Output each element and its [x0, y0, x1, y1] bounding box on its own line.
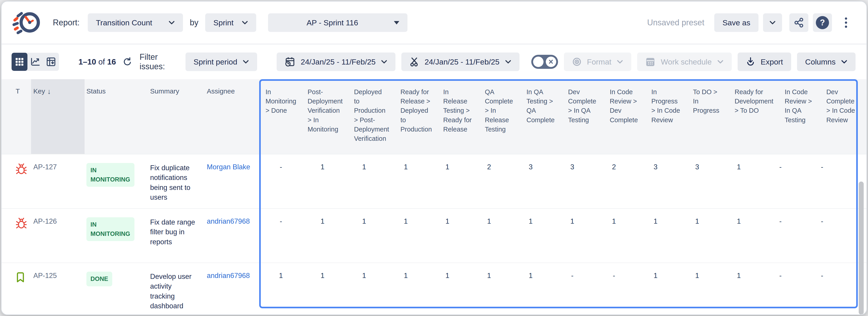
transition-column-header[interactable]: In Monitoring > Done	[260, 79, 302, 154]
transition-column-header[interactable]: To DO > In Progress	[687, 79, 729, 154]
triangle-down-icon	[394, 21, 399, 25]
line-chart-icon	[30, 57, 40, 67]
trim-range-select[interactable]: 24/Jan/25 - 11/Feb/25	[401, 52, 519, 71]
transition-column-header[interactable]: Ready for Development > To DO	[729, 79, 779, 154]
calendar-icon	[645, 57, 655, 67]
view-switcher	[11, 53, 59, 71]
transition-column-header[interactable]: In QA Testing > QA Complete	[521, 79, 563, 154]
multi-visit-toggle[interactable]: ×	[531, 55, 558, 69]
chevron-down-icon	[168, 21, 175, 25]
transition-column-header[interactable]: In Release Testing > Ready for Release	[438, 79, 479, 154]
pagination-range: 1–10	[79, 57, 96, 66]
transition-count-cell: 1	[302, 154, 343, 208]
transition-count-cell: 3	[510, 154, 552, 208]
status-column-header[interactable]: Status	[85, 79, 148, 154]
pivot-view-button[interactable]	[43, 53, 59, 71]
work-schedule-select[interactable]: Work schedule	[637, 52, 732, 71]
chevron-down-icon	[717, 60, 723, 64]
transition-count-cell: 1	[468, 209, 510, 262]
sprint-select[interactable]: AP - Sprint 116	[268, 13, 407, 32]
transition-count-cell	[843, 154, 857, 208]
assignee-link[interactable]: andrian67968	[201, 209, 260, 262]
transition-count-cell: 1	[510, 209, 552, 262]
toolbar: 1–10 of 16 Filter issues: Sprint period …	[2, 44, 866, 79]
pagination-of: of	[98, 57, 105, 66]
status-cell: DONE	[85, 263, 148, 315]
save-as-button[interactable]: Save as	[714, 13, 758, 32]
issue-summary: Fix date range filter bug in reports	[148, 209, 201, 262]
help-button[interactable]: ?	[813, 13, 832, 32]
status-cell: IN MONITORING	[85, 154, 148, 208]
transition-column-header[interactable]: Ready for Release > Deployed to Producti…	[395, 79, 438, 154]
report-table: T Key ↓ Status Summary Assignee In Monit…	[2, 79, 866, 315]
save-as-dropdown-button[interactable]	[763, 13, 782, 32]
assignee-link[interactable]: andrian67968	[201, 263, 260, 315]
bug-icon	[16, 217, 31, 229]
transition-count-cell: 1	[552, 209, 593, 262]
status-badge: IN MONITORING	[86, 163, 134, 187]
bug-icon	[16, 163, 31, 175]
issue-key[interactable]: AP-126	[31, 209, 85, 262]
app-logo-icon	[11, 8, 41, 37]
format-select[interactable]: Format	[564, 52, 631, 71]
chevron-down-icon	[617, 60, 623, 64]
calendar-clock-icon	[285, 56, 295, 67]
type-column-header[interactable]: T	[11, 79, 31, 154]
transition-column-header[interactable]: In Code Review > Dev Complete	[604, 79, 646, 154]
transition-count-cell: -	[801, 209, 843, 262]
transition-count-cell: 1	[385, 263, 427, 315]
toggle-knob	[533, 57, 544, 67]
date-range-select[interactable]: 24/Jan/25 - 11/Feb/25	[277, 52, 396, 71]
share-button[interactable]	[789, 13, 808, 32]
transition-count-cell: 1	[718, 209, 760, 262]
transition-count-cell: 3	[676, 154, 718, 208]
transition-column-header[interactable]: Post-Deployment Verification > In Monito…	[302, 79, 348, 154]
format-target-icon	[572, 57, 582, 67]
columns-select[interactable]: Columns	[797, 52, 856, 71]
transition-column-header[interactable]: Dev Complete > In QA Testing	[563, 79, 604, 154]
story-icon-cell	[11, 263, 31, 315]
key-column-header[interactable]: Key ↓	[31, 79, 85, 154]
transition-count-cell: 1	[593, 209, 635, 262]
transition-values: -11111111111--	[260, 209, 857, 262]
transition-count-cell	[843, 263, 857, 315]
transition-column-header[interactable]: In Progress > In Code Review	[646, 79, 688, 154]
transition-column-header[interactable]: In Code Review > In QA Testing	[779, 79, 821, 154]
vertical-scrollbar[interactable]	[859, 181, 864, 315]
by-label: by	[190, 18, 198, 27]
export-button[interactable]: Export	[738, 52, 791, 71]
assignee-link[interactable]: Morgan Blake	[201, 154, 260, 208]
issue-key[interactable]: AP-125	[31, 263, 85, 315]
chevron-down-icon	[841, 60, 847, 64]
report-type-select[interactable]: Transition Count	[88, 13, 183, 32]
transition-column-header[interactable]: Deployed to Production > Post-Deployment…	[348, 79, 395, 154]
export-icon	[746, 57, 755, 67]
transition-count-cell	[843, 209, 857, 262]
transition-count-cell: 1	[718, 263, 760, 315]
transition-count-cell: 1	[343, 154, 385, 208]
chart-view-button[interactable]	[27, 53, 43, 71]
transition-column-header[interactable]: QA Complete > In Release Testing	[479, 79, 521, 154]
transition-count-cell: 1	[427, 263, 468, 315]
transition-count-cell: -	[801, 154, 843, 208]
transition-column-header[interactable]: Dev Complete > In Code Review	[821, 79, 857, 154]
kebab-menu-icon	[845, 17, 847, 28]
summary-column-header[interactable]: Summary	[148, 79, 201, 154]
transition-count-cell: 1	[302, 263, 343, 315]
issue-summary: Develop user activity tracking dashboard	[148, 263, 201, 315]
share-icon	[794, 17, 804, 28]
story-icon	[16, 272, 31, 283]
filter-period-select[interactable]: Sprint period	[185, 52, 257, 71]
transition-count-cell: 1	[343, 263, 385, 315]
transition-count-cell: 3	[552, 154, 593, 208]
transition-count-cell: 1	[510, 263, 552, 315]
refresh-button[interactable]	[122, 57, 132, 67]
transition-count-cell: 2	[468, 154, 510, 208]
issue-key[interactable]: AP-127	[31, 154, 85, 208]
group-by-select[interactable]: Sprint	[205, 13, 256, 32]
table-view-button[interactable]	[11, 53, 27, 71]
assignee-column-header[interactable]: Assignee	[201, 79, 260, 154]
more-menu-button[interactable]	[836, 13, 856, 32]
transition-count-cell: -	[801, 263, 843, 315]
transition-count-cell: 1	[718, 154, 760, 208]
